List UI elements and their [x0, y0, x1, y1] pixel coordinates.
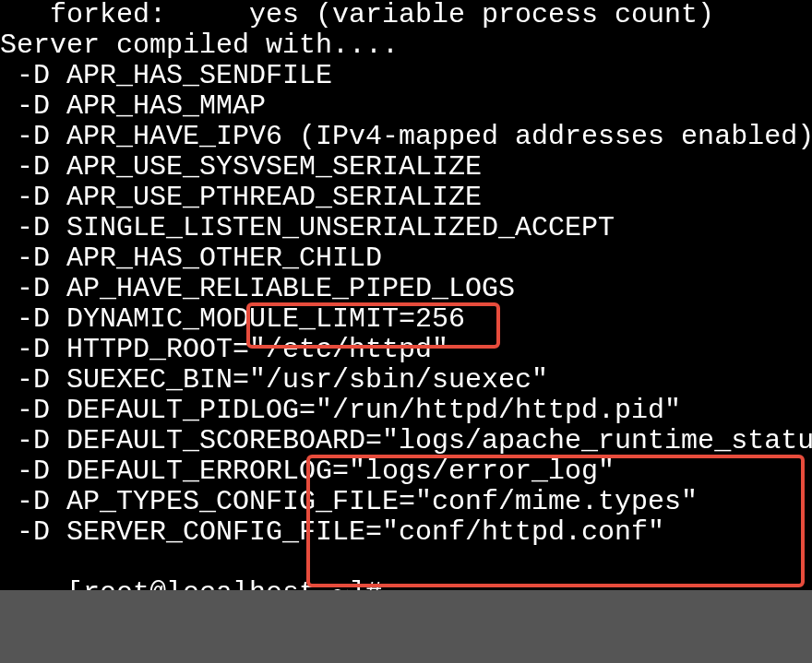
terminal-line: -D APR_USE_PTHREAD_SERIALIZE [0, 183, 812, 213]
terminal-prompt[interactable]: [root@localhost ~]# [0, 548, 812, 578]
terminal-line: -D HTTPD_ROOT="/etc/httpd" [0, 335, 812, 365]
terminal-line: -D SINGLE_LISTEN_UNSERIALIZED_ACCEPT [0, 213, 812, 243]
terminal-line: -D AP_HAVE_RELIABLE_PIPED_LOGS [0, 274, 812, 304]
prompt-text: [root@localhost ~]# [66, 577, 399, 590]
terminal-line: -D DEFAULT_PIDLOG="/run/httpd/httpd.pid" [0, 396, 812, 426]
terminal-line: -D DEFAULT_SCOREBOARD="logs/apache_runti… [0, 426, 812, 456]
terminal-line: -D DYNAMIC_MODULE_LIMIT=256 [0, 304, 812, 335]
terminal-line: -D APR_HAS_SENDFILE [0, 61, 812, 91]
terminal-line: -D SERVER_CONFIG_FILE="conf/httpd.conf" [0, 517, 812, 548]
terminal-line: -D SUEXEC_BIN="/usr/sbin/suexec" [0, 365, 812, 396]
terminal-line: -D APR_HAS_MMAP [0, 91, 812, 122]
terminal-line: -D APR_USE_SYSVSEM_SERIALIZE [0, 152, 812, 183]
terminal-line: -D DEFAULT_ERRORLOG="logs/error_log" [0, 456, 812, 487]
terminal-line: -D APR_HAS_OTHER_CHILD [0, 243, 812, 274]
terminal-line: -D APR_HAVE_IPV6 (IPv4-mapped addresses … [0, 122, 812, 152]
terminal-line: -D AP_TYPES_CONFIG_FILE="conf/mime.types… [0, 487, 812, 517]
terminal-line: forked: yes (variable process count) [0, 0, 812, 30]
bottom-bar [0, 590, 812, 663]
terminal-window[interactable]: forked: yes (variable process count) Ser… [0, 0, 812, 590]
terminal-line: Server compiled with.... [0, 30, 812, 61]
